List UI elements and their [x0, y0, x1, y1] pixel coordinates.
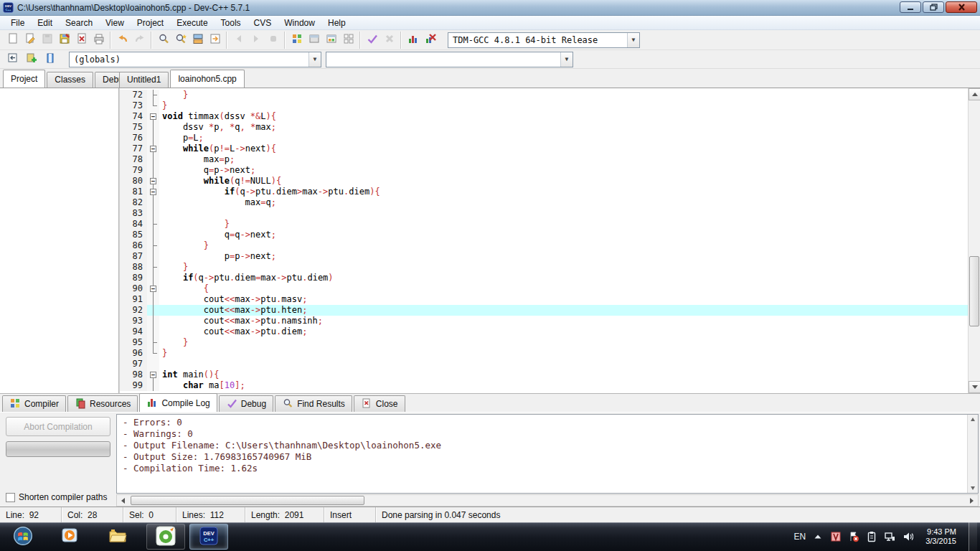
code-line-84[interactable]: 84 } — [120, 219, 968, 230]
code-line-91[interactable]: 91 cout<<max->ptu.masv; — [120, 294, 968, 305]
code-line-87[interactable]: 87 p=p->next; — [120, 251, 968, 262]
taskbar-start-button[interactable] — [4, 524, 42, 550]
show-desktop-button[interactable] — [969, 522, 977, 551]
code-area[interactable]: 72 }73}74–void timmax(dssv *&L){75 dssv … — [120, 88, 968, 393]
open-file-button[interactable] — [22, 32, 39, 48]
code-line-81[interactable]: 81– if(q->ptu.diem>max->ptu.diem){ — [120, 187, 968, 197]
run-button[interactable] — [306, 32, 323, 48]
bookmark-button[interactable] — [42, 52, 59, 67]
add-file-button[interactable] — [23, 52, 40, 67]
taskbar-wmp-button[interactable] — [52, 524, 89, 550]
menu-edit[interactable]: Edit — [31, 17, 59, 29]
menu-cvs[interactable]: CVS — [248, 17, 278, 29]
menu-view[interactable]: View — [99, 17, 131, 29]
fold-marker[interactable]: – — [147, 187, 159, 197]
code-line-94[interactable]: 94 cout<<max->ptu.diem; — [120, 326, 968, 337]
print-button[interactable] — [90, 32, 108, 48]
menu-execute[interactable]: Execute — [170, 17, 214, 29]
globals-select[interactable]: (globals) ▼ — [69, 52, 321, 67]
members-select[interactable]: ▼ — [326, 52, 573, 67]
restore-button[interactable] — [923, 1, 944, 13]
code-line-72[interactable]: 72 } — [120, 90, 968, 100]
log-vertical-scrollbar[interactable] — [967, 415, 978, 493]
scroll-up-arrow[interactable] — [969, 88, 980, 100]
syntax-check-button[interactable] — [364, 32, 381, 48]
find-button[interactable] — [155, 32, 172, 48]
code-line-82[interactable]: 82 max=q; — [120, 197, 968, 208]
tray-volume-icon[interactable] — [902, 531, 913, 542]
tray-antivirus-icon[interactable] — [830, 531, 842, 542]
log-horizontal-scrollbar[interactable] — [116, 494, 979, 507]
fold-marker[interactable]: – — [147, 369, 159, 380]
taskbar-coccoc-button[interactable] — [146, 524, 185, 550]
code-line-98[interactable]: 98–int main(){ — [120, 369, 968, 380]
compiler-select[interactable]: TDM-GCC 4.8.1 64-bit Release ▼ — [448, 32, 640, 48]
bottom-tab-resources[interactable]: Resources — [67, 395, 138, 412]
bottom-tab-compile-log[interactable]: Compile Log — [139, 393, 217, 412]
fold-marker[interactable]: – — [147, 176, 159, 187]
scroll-thumb[interactable] — [131, 496, 364, 505]
code-line-80[interactable]: 80– while(q!=NULL){ — [120, 176, 968, 187]
editor-tab-loainohon5-cpp[interactable]: loainohon5.cpp — [170, 70, 244, 88]
fold-marker[interactable]: – — [147, 111, 159, 122]
sidebar-tab-classes[interactable]: Classes — [47, 72, 93, 88]
code-line-92[interactable]: 92 cout<<max->ptu.hten; — [120, 305, 968, 316]
editor-vertical-scrollbar[interactable] — [968, 88, 980, 393]
bottom-tab-find-results[interactable]: Find Results — [275, 395, 352, 412]
menu-search[interactable]: Search — [59, 17, 99, 29]
code-line-96[interactable]: 96} — [120, 348, 968, 359]
tray-network-icon[interactable] — [884, 531, 895, 542]
close-file-button[interactable] — [73, 32, 90, 48]
tray-unikey-icon[interactable] — [866, 531, 877, 542]
code-line-75[interactable]: 75 dssv *p, *q, *max; — [120, 122, 968, 133]
profile-button[interactable] — [405, 32, 422, 48]
editor-tab-untitled1[interactable]: Untitled1 — [119, 72, 169, 88]
goto-line-button[interactable] — [207, 32, 224, 48]
code-line-86[interactable]: 86 } — [120, 240, 968, 251]
scroll-down-arrow[interactable] — [969, 381, 980, 393]
tray-action-center-icon[interactable] — [848, 531, 859, 542]
code-line-97[interactable]: 97 — [120, 359, 968, 369]
code-line-77[interactable]: 77– while(p!=L->next){ — [120, 143, 968, 154]
tray-chevron-up-icon[interactable] — [812, 531, 824, 542]
compile-run-button[interactable] — [323, 32, 340, 48]
code-line-78[interactable]: 78 max=p; — [120, 154, 968, 165]
fold-marker[interactable]: – — [147, 143, 159, 154]
code-line-79[interactable]: 79 q=p->next; — [120, 165, 968, 176]
language-indicator[interactable]: EN — [794, 532, 806, 542]
save-all-button[interactable] — [56, 32, 73, 48]
menu-project[interactable]: Project — [131, 17, 170, 29]
code-line-73[interactable]: 73} — [120, 100, 968, 111]
code-line-99[interactable]: 99 char ma[10]; — [120, 380, 968, 391]
bottom-tab-compiler[interactable]: Compiler — [2, 395, 66, 412]
find-in-files-button[interactable] — [172, 32, 189, 48]
code-line-85[interactable]: 85 q=q->next; — [120, 230, 968, 240]
delete-profiling-button[interactable] — [422, 32, 439, 48]
code-line-74[interactable]: 74–void timmax(dssv *&L){ — [120, 111, 968, 122]
menu-window[interactable]: Window — [278, 17, 321, 29]
taskbar-devcpp-button[interactable]: DEVC++ — [189, 524, 228, 550]
bottom-tab-debug[interactable]: Debug — [219, 395, 273, 412]
minimize-button[interactable] — [900, 1, 921, 13]
code-line-95[interactable]: 95 } — [120, 337, 968, 348]
scroll-thumb[interactable] — [969, 256, 979, 326]
scroll-right-arrow[interactable] — [966, 495, 978, 506]
new-file-button[interactable] — [4, 32, 22, 48]
compile-button[interactable] — [288, 32, 306, 48]
menu-help[interactable]: Help — [321, 17, 352, 29]
code-line-88[interactable]: 88 } — [120, 262, 968, 273]
code-line-76[interactable]: 76 p=L; — [120, 133, 968, 143]
taskbar-clock[interactable]: 9:43 PM 3/3/2015 — [920, 527, 962, 546]
rebuild-button[interactable] — [340, 32, 357, 48]
code-line-83[interactable]: 83 — [120, 208, 968, 219]
taskbar-explorer-button[interactable] — [99, 524, 136, 550]
replace-button[interactable] — [189, 32, 207, 48]
menu-tools[interactable]: Tools — [215, 17, 248, 29]
fold-marker[interactable]: – — [147, 283, 159, 294]
code-line-93[interactable]: 93 cout<<max->ptu.namsinh; — [120, 316, 968, 326]
swap-header-source-button[interactable] — [4, 52, 22, 67]
close-button[interactable] — [946, 1, 977, 13]
code-line-90[interactable]: 90– { — [120, 283, 968, 294]
undo-button[interactable] — [114, 32, 131, 48]
bottom-tab-close[interactable]: Close — [354, 395, 405, 412]
